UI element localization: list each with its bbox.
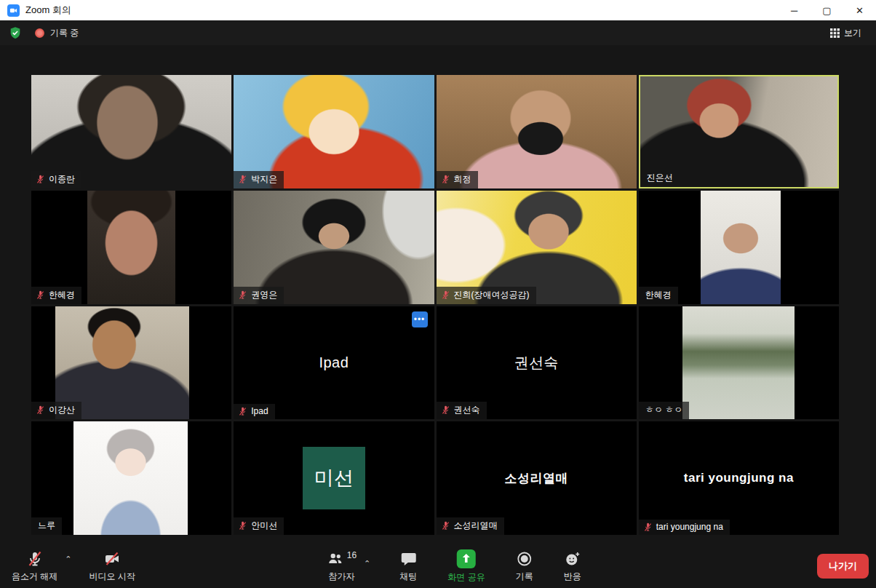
video-tile-느루[interactable]: 느루 [31, 421, 231, 535]
participant-nameplate: 이종란 [31, 171, 81, 188]
participant-nameplate: 권영은 [234, 287, 284, 304]
video-tile-권선숙[interactable]: 권선숙 권선숙 [437, 306, 637, 420]
chat-button[interactable]: 채팅 [395, 549, 421, 584]
reactions-icon [564, 550, 581, 568]
muted-mic-icon [238, 290, 247, 300]
participant-display-name: tari youngjung na [639, 421, 839, 535]
start-video-button[interactable]: 비디오 시작 [85, 549, 140, 584]
participant-nameplate: 진희(장애여성공감) [437, 287, 536, 304]
share-screen-label: 화면 공유 [447, 571, 485, 584]
video-tile-권영은[interactable]: 권영은 [234, 191, 434, 304]
audio-options-chevron[interactable]: ⌃ [62, 555, 74, 564]
video-tile-ipad[interactable]: ••• Ipad Ipad [234, 306, 434, 420]
muted-mic-icon [36, 405, 45, 415]
reactions-button[interactable]: 반응 [560, 549, 586, 584]
participant-nameplate: 진은선 [640, 170, 680, 187]
participant-nameplate: 느루 [31, 517, 62, 535]
bottom-toolbar: 음소거 해제 ⌃ 비디오 시작 16 참가자 [0, 544, 876, 588]
participant-name: 안미선 [251, 520, 277, 532]
participant-nameplate: 박지은 [234, 171, 284, 188]
participant-nameplate: ㅎㅇ ㅎㅇ [639, 402, 689, 419]
chat-label: 채팅 [399, 571, 417, 583]
participant-nameplate: 소성리열매 [437, 517, 504, 535]
more-options-button[interactable]: ••• [412, 311, 428, 327]
participant-name: 한혜경 [49, 289, 75, 301]
video-grid: 이종란 박지은 희정 진은선 한혜경 권영은 [31, 75, 839, 535]
minimize-button[interactable]: ─ [778, 0, 811, 20]
participant-name: 소성리열매 [454, 520, 498, 532]
participant-name: 희정 [454, 173, 471, 186]
camera-off-icon [103, 550, 121, 568]
meeting-top-bar: 기록 중 보기 [0, 20, 876, 45]
recording-status-label: 기록 중 [50, 27, 79, 39]
meeting-stage: 이종란 박지은 희정 진은선 한혜경 권영은 [0, 45, 876, 544]
maximize-button[interactable]: ▢ [811, 0, 843, 20]
participant-nameplate: 안미선 [234, 517, 284, 535]
muted-mic-icon [238, 175, 247, 184]
video-tile-희정[interactable]: 희정 [437, 75, 637, 188]
video-tile-진희[interactable]: 진희(장애여성공감) [437, 191, 637, 304]
record-icon [516, 550, 533, 568]
window-title: Zoom 회의 [25, 4, 71, 17]
share-screen-icon [457, 549, 476, 568]
video-tile-tari[interactable]: tari youngjung na tari youngjung na [639, 421, 839, 535]
participant-video [701, 191, 781, 304]
participant-nameplate: 한혜경 [31, 287, 81, 304]
record-button[interactable]: 기록 [511, 549, 538, 584]
participant-name: 권선숙 [454, 404, 480, 416]
participant-nameplate: tari youngjung na [639, 520, 730, 535]
reactions-label: 반응 [564, 571, 581, 583]
participants-button[interactable]: 16 참가자 [322, 549, 361, 584]
video-tile-박지은[interactable]: 박지은 [234, 75, 434, 188]
muted-mic-icon [36, 175, 45, 184]
participant-name: 이종란 [49, 173, 75, 186]
muted-mic-icon [36, 290, 45, 300]
recording-indicator-icon[interactable] [35, 28, 44, 38]
participant-video [87, 191, 175, 304]
participants-options-chevron[interactable]: ⌃ [361, 559, 373, 568]
share-screen-button[interactable]: 화면 공유 [443, 548, 489, 585]
participant-name: 느루 [38, 520, 55, 532]
participant-nameplate: 한혜경 [639, 287, 678, 304]
zoom-app-icon [7, 4, 20, 17]
record-label: 기록 [516, 571, 533, 583]
participants-icon [327, 550, 344, 568]
participant-nameplate: Ipad [234, 404, 274, 419]
participants-label: 참가자 [328, 571, 354, 583]
video-tile-진은선-active-speaker[interactable]: 진은선 [639, 75, 839, 188]
video-tile-이종란[interactable]: 이종란 [31, 75, 231, 188]
video-tile-소성리열매[interactable]: 소성리열매 소성리열매 [437, 421, 637, 535]
view-label: 보기 [844, 27, 861, 39]
view-button[interactable]: 보기 [824, 24, 867, 42]
video-tile-ㅎㅇㅎㅇ[interactable]: ㅎㅇ ㅎㅇ [639, 306, 839, 420]
muted-mic-icon [441, 175, 450, 184]
video-tile-한혜경-2[interactable]: 한혜경 [639, 191, 839, 304]
participant-name: Ipad [251, 406, 268, 416]
video-tile-한혜경-1[interactable]: 한혜경 [31, 191, 231, 304]
participant-display-name: Ipad [234, 306, 434, 420]
participants-count: 16 [347, 550, 357, 560]
participant-name: 한혜경 [645, 289, 672, 301]
muted-mic-icon [238, 407, 247, 416]
muted-mic-icon [441, 521, 450, 531]
participant-name: tari youngjung na [656, 522, 723, 532]
title-bar: Zoom 회의 ─ ▢ ✕ [0, 0, 876, 20]
security-shield-icon[interactable] [9, 26, 22, 39]
participant-nameplate: 이강산 [31, 402, 81, 419]
close-button[interactable]: ✕ [843, 0, 876, 20]
participant-nameplate: 희정 [437, 171, 478, 188]
video-tile-안미선[interactable]: 미선 안미선 [234, 421, 434, 535]
leave-meeting-button[interactable]: 나가기 [817, 554, 869, 579]
grid-view-icon [830, 28, 840, 38]
window-controls: ─ ▢ ✕ [778, 0, 876, 20]
video-tile-이강산[interactable]: 이강산 [31, 306, 231, 420]
muted-mic-icon [441, 290, 450, 300]
participant-name: 권영은 [251, 289, 277, 301]
participant-name: ㅎㅇ ㅎㅇ [645, 404, 682, 416]
participant-name: 박지은 [251, 173, 277, 186]
participant-name: 진은선 [647, 172, 673, 184]
participant-nameplate: 권선숙 [437, 402, 487, 419]
unmute-label: 음소거 해제 [12, 571, 57, 583]
unmute-button[interactable]: 음소거 해제 [7, 549, 62, 584]
participant-video [682, 306, 795, 420]
